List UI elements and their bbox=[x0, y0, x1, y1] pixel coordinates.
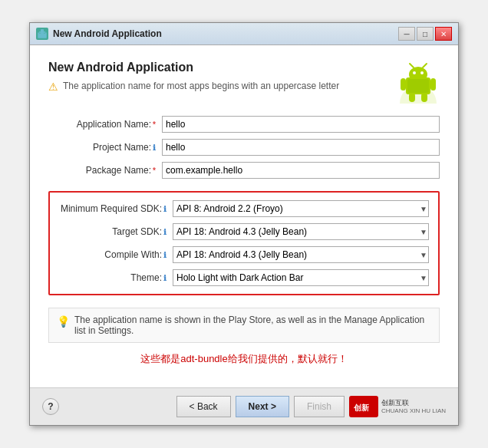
svg-line-9 bbox=[410, 64, 414, 68]
project-name-input[interactable] bbox=[162, 139, 440, 156]
theme-select[interactable]: Holo Light with Dark Action Bar bbox=[173, 269, 429, 286]
window-controls: ─ □ ✕ bbox=[398, 27, 452, 41]
min-sdk-label: Minimum Required SDK: ℹ bbox=[59, 203, 167, 214]
info-icon-min: ℹ bbox=[163, 205, 167, 213]
compile-with-row: Compile With: ℹ API 18: Android 4.3 (Jel… bbox=[59, 246, 429, 263]
theme-row: Theme: ℹ Holo Light with Dark Action Bar… bbox=[59, 269, 429, 286]
svg-point-7 bbox=[413, 71, 416, 74]
titlebar-left: New Android Application bbox=[36, 28, 162, 40]
compile-with-label: Compile With: ℹ bbox=[59, 249, 167, 260]
svg-line-10 bbox=[423, 64, 427, 68]
chuangxin-icon: 创新 bbox=[349, 396, 378, 417]
package-name-row: Package Name: * bbox=[48, 162, 440, 179]
next-button[interactable]: Next > bbox=[236, 396, 289, 417]
min-sdk-row: Minimum Required SDK: ℹ API 8: Android 2… bbox=[59, 200, 429, 217]
form-section: Application Name: * Project Name: ℹ Pack… bbox=[48, 116, 440, 179]
finish-button[interactable]: Finish bbox=[294, 396, 345, 417]
compile-select-wrapper: API 18: Android 4.3 (Jelly Bean) ▼ bbox=[173, 246, 429, 263]
warning-row: ⚠ The application name for most apps beg… bbox=[48, 81, 339, 93]
app-name-input[interactable] bbox=[162, 116, 440, 133]
required-icon: * bbox=[153, 120, 156, 129]
footer-right: < Back Next > Finish 创新 创新互联 CHUANG XIN … bbox=[176, 396, 446, 417]
titlebar: New Android Application ─ □ ✕ bbox=[30, 23, 458, 45]
info-icon-project: ℹ bbox=[153, 143, 156, 152]
target-sdk-select[interactable]: API 18: Android 4.3 (Jelly Bean) bbox=[173, 223, 429, 240]
svg-text:创新: 创新 bbox=[353, 404, 369, 412]
close-button[interactable]: ✕ bbox=[435, 27, 452, 41]
svg-rect-14 bbox=[421, 93, 427, 102]
page-title: New Android Application bbox=[48, 61, 339, 74]
bulb-icon: 💡 bbox=[57, 315, 70, 328]
android-logo bbox=[397, 61, 440, 104]
app-name-label: Application Name: * bbox=[48, 119, 156, 130]
warning-text: The application name for most apps begin… bbox=[63, 81, 339, 91]
maximize-button[interactable]: □ bbox=[417, 27, 434, 41]
content-area: New Android Application ⚠ The applicatio… bbox=[30, 45, 458, 387]
svg-rect-3 bbox=[41, 29, 44, 33]
svg-rect-15 bbox=[407, 79, 429, 93]
info-icon-theme: ℹ bbox=[163, 274, 167, 282]
window-icon bbox=[36, 28, 48, 40]
info-text: The application name is shown in the Pla… bbox=[74, 315, 431, 336]
warning-icon: ⚠ bbox=[48, 81, 58, 93]
min-sdk-select[interactable]: API 8: Android 2.2 (Froyo) bbox=[173, 200, 429, 217]
info-icon-compile: ℹ bbox=[163, 251, 167, 259]
compile-with-select[interactable]: API 18: Android 4.3 (Jelly Bean) bbox=[173, 246, 429, 263]
window-title: New Android Application bbox=[53, 28, 162, 39]
help-button[interactable]: ? bbox=[42, 398, 59, 415]
app-name-row: Application Name: * bbox=[48, 116, 440, 133]
info-icon-target: ℹ bbox=[163, 228, 167, 236]
svg-rect-11 bbox=[401, 78, 406, 91]
svg-point-8 bbox=[420, 71, 424, 74]
main-window: New Android Application ─ □ ✕ New Androi… bbox=[29, 22, 459, 426]
header-left: New Android Application ⚠ The applicatio… bbox=[48, 61, 339, 93]
sdk-box: Minimum Required SDK: ℹ API 8: Android 2… bbox=[48, 191, 440, 295]
target-sdk-select-wrapper: API 18: Android 4.3 (Jelly Bean) ▼ bbox=[173, 223, 429, 240]
package-name-label: Package Name: * bbox=[48, 165, 156, 176]
project-name-label: Project Name: ℹ bbox=[48, 142, 156, 153]
min-sdk-select-wrapper: API 8: Android 2.2 (Froyo) ▼ bbox=[173, 200, 429, 217]
target-sdk-label: Target SDK: ℹ bbox=[59, 226, 167, 237]
back-button[interactable]: < Back bbox=[176, 396, 231, 417]
minimize-button[interactable]: ─ bbox=[398, 27, 415, 41]
target-sdk-row: Target SDK: ℹ API 18: Android 4.3 (Jelly… bbox=[59, 223, 429, 240]
footer: ? < Back Next > Finish 创新 创新互联 CHUANG XI… bbox=[30, 387, 458, 425]
svg-rect-13 bbox=[409, 93, 415, 102]
chuangxin-logo: 创新 创新互联 CHUANG XIN HU LIAN bbox=[349, 396, 446, 417]
info-box: 💡 The application name is shown in the P… bbox=[48, 308, 440, 343]
chuangxin-text: 创新互联 CHUANG XIN HU LIAN bbox=[381, 399, 446, 414]
page-header: New Android Application ⚠ The applicatio… bbox=[48, 61, 440, 104]
package-name-input[interactable] bbox=[162, 162, 440, 179]
theme-select-wrapper: Holo Light with Dark Action Bar ▼ bbox=[173, 269, 429, 286]
theme-label: Theme: ℹ bbox=[59, 272, 167, 283]
chinese-note: 这些都是adt-bundle给我们提供的，默认就行！ bbox=[48, 352, 440, 366]
required-icon-pkg: * bbox=[153, 166, 156, 175]
svg-rect-12 bbox=[430, 78, 436, 91]
footer-left: ? bbox=[42, 398, 59, 415]
project-name-row: Project Name: ℹ bbox=[48, 139, 440, 156]
